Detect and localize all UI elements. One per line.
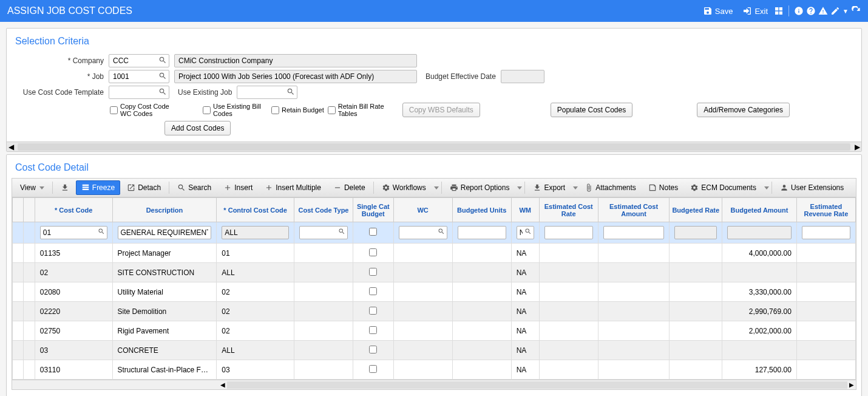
table-row[interactable] xyxy=(13,222,856,244)
single-cat-checkbox[interactable] xyxy=(369,326,377,334)
description-cell[interactable]: Project Manager xyxy=(112,244,217,263)
cc-type-cell[interactable] xyxy=(294,263,353,282)
col-single-cat[interactable]: Single Cat Budget xyxy=(353,198,393,222)
use-bill-checkbox[interactable] xyxy=(203,106,211,114)
description-input[interactable] xyxy=(118,226,212,239)
search-icon[interactable] xyxy=(287,87,295,96)
grid-scrollbar[interactable]: ◀ ▶ xyxy=(12,380,856,389)
search-icon[interactable] xyxy=(438,228,445,235)
wm-cell[interactable]: NA xyxy=(511,263,539,282)
search-icon[interactable] xyxy=(158,72,167,80)
wm-cell[interactable]: NA xyxy=(511,341,539,360)
est-rev-rate-cell[interactable] xyxy=(796,360,855,380)
search-icon[interactable] xyxy=(158,87,167,96)
caret-icon[interactable] xyxy=(764,186,769,189)
est-amount-cell[interactable] xyxy=(598,360,670,380)
attachments-button[interactable]: Attachments xyxy=(579,180,642,195)
search-icon[interactable] xyxy=(158,56,167,64)
single-cat-checkbox[interactable] xyxy=(369,287,377,295)
wc-cell[interactable] xyxy=(393,360,452,380)
cc-type-cell[interactable] xyxy=(294,360,353,380)
col-budgeted-amount[interactable]: Budgeted Amount xyxy=(722,198,797,222)
description-cell[interactable]: Structural Cast-in-Place Forms xyxy=(112,360,217,380)
est-amount-cell[interactable] xyxy=(598,302,670,321)
freeze-button[interactable]: Freeze xyxy=(76,180,120,195)
table-row[interactable]: 02 SITE CONSTRUCTION ALL NA xyxy=(13,263,856,282)
col-budgeted-rate[interactable]: Budgeted Rate xyxy=(670,198,722,222)
caret-icon[interactable] xyxy=(573,186,578,189)
est-rev-rate-cell[interactable] xyxy=(796,341,855,360)
table-row[interactable]: 02080 Utility Material 02 NA 3,330,000.0… xyxy=(13,282,856,302)
detach-button[interactable]: Detach xyxy=(121,180,166,195)
est-rate-cell[interactable] xyxy=(539,302,598,321)
report-options-button[interactable]: Report Options xyxy=(444,180,515,195)
est-rev-rate-input[interactable] xyxy=(802,226,850,239)
wm-cell[interactable]: NA xyxy=(511,302,539,321)
budgeted-units-cell[interactable] xyxy=(452,302,511,321)
refresh-icon[interactable] xyxy=(851,6,861,16)
col-wc[interactable]: WC xyxy=(393,198,452,222)
cost-code-cell[interactable]: 03110 xyxy=(35,360,112,380)
est-rate-cell[interactable] xyxy=(539,244,598,263)
single-cat-checkbox[interactable] xyxy=(369,228,377,236)
est-rev-rate-cell[interactable] xyxy=(796,263,855,282)
description-cell[interactable]: Site Demolition xyxy=(112,302,217,321)
scroll-track[interactable] xyxy=(18,143,850,151)
wm-cell[interactable]: NA xyxy=(511,282,539,302)
dropdown-caret[interactable]: ▼ xyxy=(843,8,849,15)
budgeted-units-input[interactable] xyxy=(458,226,506,239)
copy-wbs-button[interactable]: Copy WBS Defaults xyxy=(402,103,480,117)
est-rate-cell[interactable] xyxy=(539,321,598,341)
info-icon[interactable] xyxy=(794,6,804,16)
col-cc-type[interactable]: Cost Code Type xyxy=(294,198,353,222)
view-menu[interactable]: View xyxy=(15,180,50,195)
est-amount-cell[interactable] xyxy=(598,341,670,360)
est-rate-input[interactable] xyxy=(544,226,593,239)
budgeted-units-cell[interactable] xyxy=(452,263,511,282)
cc-type-cell[interactable] xyxy=(294,244,353,263)
cc-type-cell[interactable] xyxy=(294,341,353,360)
cost-code-cell[interactable]: 02 xyxy=(35,263,112,282)
description-cell[interactable]: SITE CONSTRUCTION xyxy=(112,263,217,282)
description-cell[interactable]: Rigid Pavement xyxy=(112,321,217,341)
col-control[interactable]: * Control Cost Code xyxy=(217,198,294,222)
est-amount-cell[interactable] xyxy=(598,263,670,282)
wc-cell[interactable] xyxy=(393,263,452,282)
est-amount-cell[interactable] xyxy=(598,282,670,302)
add-codes-button[interactable]: Add Cost Codes xyxy=(164,121,231,135)
single-cat-checkbox[interactable] xyxy=(369,346,377,353)
wc-cell[interactable] xyxy=(393,321,452,341)
user-ext-button[interactable]: User Extensions xyxy=(775,180,849,195)
est-rate-cell[interactable] xyxy=(539,341,598,360)
cost-code-cell[interactable]: 02220 xyxy=(35,302,112,321)
single-cat-checkbox[interactable] xyxy=(369,248,377,256)
est-amount-input[interactable] xyxy=(603,226,665,239)
est-amount-cell[interactable] xyxy=(598,321,670,341)
wm-cell[interactable]: NA xyxy=(511,321,539,341)
table-row[interactable]: 03 CONCRETE ALL NA xyxy=(13,341,856,360)
scroll-right-icon[interactable]: ▶ xyxy=(847,381,856,388)
budgeted-units-cell[interactable] xyxy=(452,321,511,341)
single-cat-checkbox[interactable] xyxy=(369,365,377,373)
insert-button[interactable]: Insert xyxy=(218,180,258,195)
cost-code-cell[interactable]: 01135 xyxy=(35,244,112,263)
description-cell[interactable]: CONCRETE xyxy=(112,341,217,360)
budgeted-units-cell[interactable] xyxy=(452,244,511,263)
wm-cell[interactable]: NA xyxy=(511,244,539,263)
search-button[interactable]: Search xyxy=(172,180,217,195)
wm-cell[interactable]: NA xyxy=(511,360,539,380)
wc-cell[interactable] xyxy=(393,244,452,263)
single-cat-checkbox[interactable] xyxy=(369,307,377,315)
grid-icon[interactable] xyxy=(774,6,784,16)
est-amount-cell[interactable] xyxy=(598,244,670,263)
help-icon[interactable] xyxy=(806,6,816,16)
goto-button[interactable] xyxy=(55,180,75,195)
cost-code-cell[interactable]: 02750 xyxy=(35,321,112,341)
table-row[interactable]: 02750 Rigid Pavement 02 NA 2,002,000.00 xyxy=(13,321,856,341)
wc-cell[interactable] xyxy=(393,282,452,302)
retain-bill-checkbox[interactable] xyxy=(328,106,336,114)
insert-multiple-button[interactable]: Insert Multiple xyxy=(259,180,327,195)
selection-scrollbar[interactable]: ◀ ▶ xyxy=(7,142,861,151)
scroll-left-icon[interactable]: ◀ xyxy=(219,381,227,388)
notes-button[interactable]: Notes xyxy=(643,180,683,195)
